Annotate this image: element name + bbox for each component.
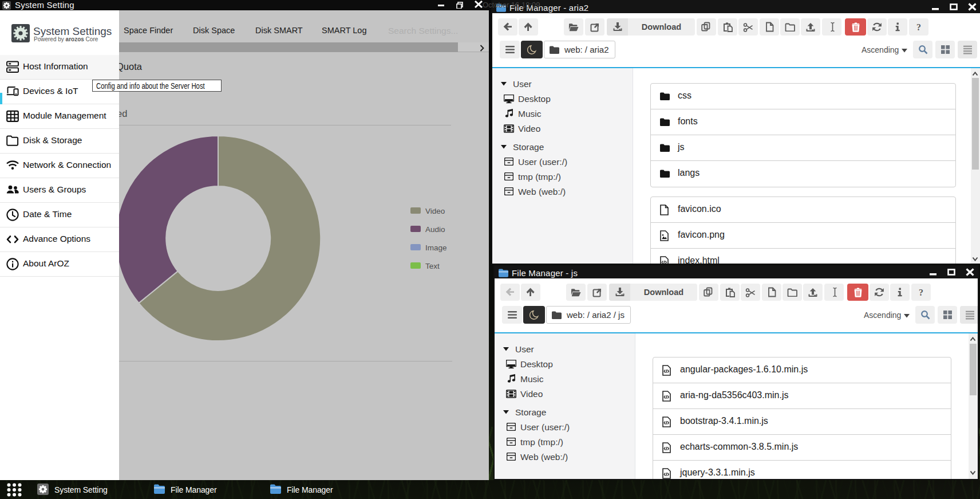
svg-text:?: ? [919, 288, 923, 297]
svg-text:?: ? [916, 22, 921, 32]
